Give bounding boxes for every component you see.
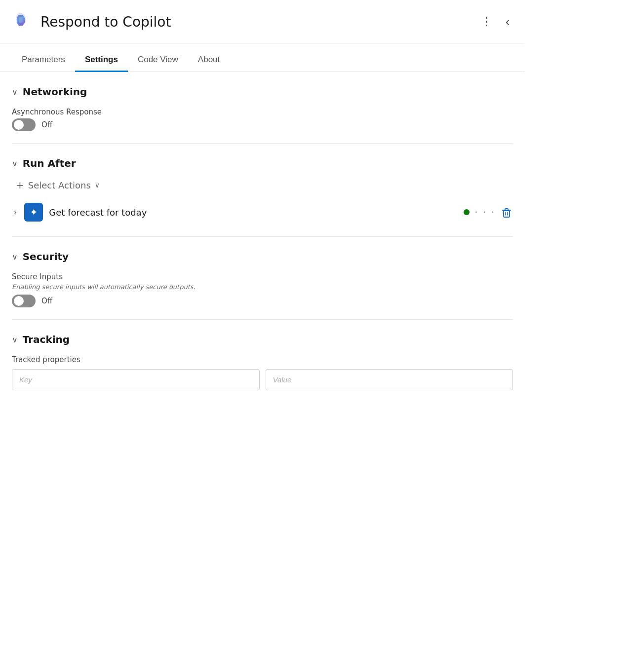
security-section-header[interactable]: ∨ Security xyxy=(12,251,513,262)
networking-section-header[interactable]: ∨ Networking xyxy=(12,86,513,98)
run-after-section-title: Run After xyxy=(23,157,76,169)
secure-inputs-toggle-row: Off xyxy=(12,295,513,307)
header: Respond to Copilot ⋮ ‹ xyxy=(0,0,525,44)
networking-body: Asynchronous Response Off xyxy=(12,108,513,131)
tracking-section-title: Tracking xyxy=(23,334,70,345)
tracking-section-header[interactable]: ∨ Tracking xyxy=(12,334,513,345)
action-more-icon[interactable]: · · · xyxy=(474,206,495,218)
secure-inputs-state: Off xyxy=(41,297,52,305)
tab-parameters[interactable]: Parameters xyxy=(12,48,75,72)
tracking-chevron-icon: ∨ xyxy=(12,335,18,344)
secure-inputs-label: Secure Inputs xyxy=(12,272,513,281)
more-icon: ⋮ xyxy=(481,15,492,28)
back-icon: ‹ xyxy=(506,14,510,30)
async-response-state: Off xyxy=(41,120,52,129)
action-expand-icon: › xyxy=(14,208,16,216)
tracked-inputs-row xyxy=(12,369,513,390)
networking-section: ∨ Networking Asynchronous Response Off xyxy=(12,72,513,144)
action-delete-button[interactable] xyxy=(500,206,513,219)
tab-codeview[interactable]: Code View xyxy=(128,48,188,72)
async-response-toggle[interactable] xyxy=(12,118,36,131)
action-expand-button[interactable]: › xyxy=(12,206,18,219)
run-after-section: ∨ Run After + Select Actions ∨ › ✦ Get xyxy=(12,144,513,237)
run-after-section-header[interactable]: ∨ Run After xyxy=(12,157,513,169)
back-button[interactable]: ‹ xyxy=(503,11,513,33)
svg-rect-2 xyxy=(504,211,510,217)
toggle-track xyxy=(12,118,36,131)
trash-icon xyxy=(500,206,513,219)
select-actions-row[interactable]: + Select Actions ∨ xyxy=(16,179,513,191)
more-options-button[interactable]: ⋮ xyxy=(478,12,495,31)
header-left: Respond to Copilot xyxy=(8,9,171,35)
plus-icon: + xyxy=(16,179,24,191)
networking-section-title: Networking xyxy=(23,86,87,98)
networking-chevron-icon: ∨ xyxy=(12,87,18,97)
select-actions-chevron-icon: ∨ xyxy=(95,181,100,189)
action-sun-icon: ✦ xyxy=(30,206,38,218)
tracked-properties-label: Tracked properties xyxy=(12,355,513,364)
secure-inputs-desc: Enabling secure inputs will automaticall… xyxy=(12,283,513,291)
run-after-chevron-icon: ∨ xyxy=(12,159,18,168)
status-dot-icon xyxy=(464,209,470,215)
header-right: ⋮ ‹ xyxy=(478,11,513,33)
async-response-toggle-row: Off xyxy=(12,118,513,131)
settings-content: ∨ Networking Asynchronous Response Off ∨… xyxy=(0,72,525,390)
action-name: Get forecast for today xyxy=(49,207,147,218)
action-row: › ✦ Get forecast for today · · · xyxy=(12,200,513,224)
toggle-track xyxy=(12,295,36,307)
security-section: ∨ Security Secure Inputs Enabling secure… xyxy=(12,237,513,320)
security-body: Secure Inputs Enabling secure inputs wil… xyxy=(12,272,513,307)
tabs-bar: Parameters Settings Code View About xyxy=(0,48,525,72)
action-left: › ✦ Get forecast for today xyxy=(12,203,147,222)
action-right: · · · xyxy=(464,206,513,219)
tracking-body: Tracked properties xyxy=(12,355,513,390)
tracked-key-input[interactable] xyxy=(12,369,260,390)
run-after-body: + Select Actions ∨ › ✦ Get forecast for … xyxy=(12,179,513,224)
action-icon-box: ✦ xyxy=(24,203,43,222)
tab-about[interactable]: About xyxy=(188,48,230,72)
tab-settings[interactable]: Settings xyxy=(75,48,128,72)
tracking-section: ∨ Tracking Tracked properties xyxy=(12,320,513,390)
secure-inputs-toggle[interactable] xyxy=(12,295,36,307)
toggle-thumb xyxy=(14,120,24,130)
app-logo xyxy=(8,9,34,35)
app-title: Respond to Copilot xyxy=(40,14,171,30)
security-chevron-icon: ∨ xyxy=(12,252,18,261)
toggle-thumb xyxy=(14,296,24,306)
security-section-title: Security xyxy=(23,251,69,262)
select-actions-label: Select Actions xyxy=(28,180,91,190)
tracked-value-input[interactable] xyxy=(266,369,513,390)
async-response-label: Asynchronous Response xyxy=(12,108,513,116)
